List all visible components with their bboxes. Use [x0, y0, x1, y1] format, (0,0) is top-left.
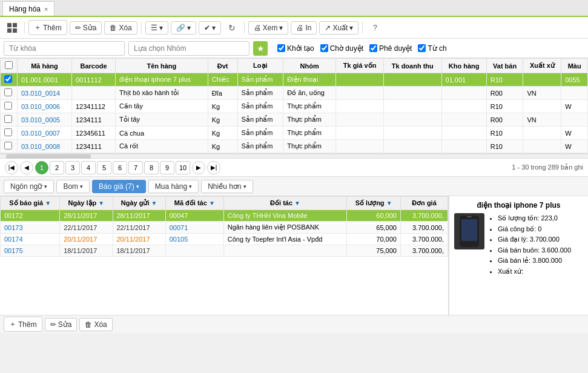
lt-cell-madt: 00105	[165, 234, 223, 245]
row-checkbox[interactable]	[4, 88, 12, 96]
print-button[interactable]: 🖨 In	[291, 21, 317, 35]
table-row[interactable]: 03.010_0005 1234111 Tỏi tây Kg Sản phẩm …	[1, 113, 588, 127]
cell-barcode	[71, 87, 115, 100]
help-button[interactable]: ?	[366, 19, 383, 36]
page-btn-2[interactable]: 2	[50, 161, 64, 174]
row-checkbox[interactable]	[4, 128, 12, 136]
ngaylap-filter-icon[interactable]: ▼	[98, 200, 104, 206]
product-body: Số lượng tồn: 223,0Giá công bố: 0Giá đại…	[454, 213, 583, 277]
hscroll[interactable]	[0, 154, 588, 159]
bottom-delete-button[interactable]: 🗑 Xóa	[79, 318, 112, 331]
page-btn-5[interactable]: 5	[97, 161, 111, 174]
menu-button[interactable]: ☰ ▾	[145, 21, 168, 35]
add-label: Thêm	[43, 24, 62, 32]
bottom-add-button[interactable]: ＋ Thêm	[4, 317, 42, 332]
ngon-ngu-btn[interactable]: Ngôn ngữ ▾	[4, 180, 54, 193]
bom-btn[interactable]: Bom ▾	[56, 180, 90, 193]
cell-xuatxu	[523, 100, 561, 113]
lower-table-row[interactable]: 00173 22/11/2017 22/11/2017 00071 Ngân h…	[1, 222, 448, 234]
soluong-filter-icon[interactable]: ▼	[386, 200, 392, 206]
cell-mahang[interactable]: 03.010_0005	[18, 113, 72, 127]
page-btn-10[interactable]: 10	[176, 161, 190, 174]
sep3	[244, 22, 245, 34]
table-row[interactable]: 03.010_0014 Thịt bò xào hành tỏi Đĩa Sản…	[1, 87, 588, 100]
lt-cell-soluong: 60,000	[347, 210, 401, 222]
page-first[interactable]: |◀	[5, 161, 18, 174]
page-btn-1[interactable]: 1	[35, 161, 48, 174]
edit-button[interactable]: ✏ Sửa	[70, 21, 102, 35]
page-btn-7[interactable]: 7	[128, 161, 143, 174]
table-row[interactable]: 03.010_0008 1234111 Cà rốt Kg Sản phẩm T…	[1, 140, 588, 153]
lt-cell-madt	[165, 245, 223, 257]
view-label: Xem	[263, 24, 278, 32]
tab-close-icon[interactable]: ×	[44, 5, 48, 13]
cell-kho: 01.001	[441, 73, 486, 87]
page-next[interactable]: ▶	[192, 161, 205, 174]
lt-cell-soluong: 70,000	[347, 234, 401, 245]
add-button[interactable]: ＋ Thêm	[28, 20, 67, 35]
cell-nhom: Điện thoại	[283, 73, 336, 87]
mua-hang-btn[interactable]: Mua hàng ▾	[148, 180, 199, 193]
cell-loai: Sản phẩm	[237, 73, 283, 87]
cell-barcode: 12345611	[71, 127, 115, 140]
page-btn-9[interactable]: 9	[160, 161, 174, 174]
cell-xuatxu	[523, 140, 561, 153]
filter-star-button[interactable]: ★	[253, 41, 268, 56]
page-btn-4[interactable]: 4	[81, 161, 96, 174]
so-filter-icon[interactable]: ▼	[45, 200, 51, 206]
row-checkbox[interactable]	[4, 115, 12, 123]
product-detail-item: Số lượng tồn: 223,0	[498, 213, 571, 224]
lower-table-row[interactable]: 00172 28/11/2017 28/11/2017 00047 Công t…	[1, 210, 448, 222]
status-button[interactable]: ✔ ▾	[199, 21, 221, 35]
tab-hanghoa[interactable]: Hàng hóa ×	[2, 1, 55, 16]
cell-vat: R00	[486, 113, 523, 127]
lt-cell-ngaylap: 28/11/2017	[60, 210, 113, 222]
table-row[interactable]: 01.001.0001 0011112 điện thoại iphone 7 …	[1, 73, 588, 87]
col-dvt: Đvt	[208, 59, 237, 73]
page-last[interactable]: ▶|	[207, 161, 220, 174]
bottom-plus-icon: ＋	[9, 319, 16, 329]
cell-mahang[interactable]: 03.010_0008	[18, 140, 72, 153]
lt-col-ngaylap: Ngày lập ▼	[60, 197, 113, 210]
pheduyet-filter[interactable]: Phê duyệt	[369, 44, 412, 53]
page-btn-6[interactable]: 6	[113, 161, 127, 174]
export-button[interactable]: ↗ Xuất ▾	[319, 21, 358, 35]
cell-vat: R10	[486, 127, 523, 140]
ngaygui-filter-icon[interactable]: ▼	[151, 200, 157, 206]
table-row[interactable]: 03.010_0007 12345611 Cà chua Kg Sản phẩm…	[1, 127, 588, 140]
page-btn-8[interactable]: 8	[144, 161, 159, 174]
cell-tkgv	[336, 73, 384, 87]
refresh-button[interactable]: ↻	[223, 19, 240, 36]
svg-rect-6	[467, 216, 472, 217]
madt-filter-icon[interactable]: ▼	[209, 200, 215, 206]
row-checkbox[interactable]	[4, 75, 12, 83]
lt-cell-dongia: 3.700.000,	[400, 234, 448, 245]
row-checkbox[interactable]	[4, 102, 12, 110]
view-button[interactable]: 🖨 Xem ▾	[248, 21, 289, 35]
cell-mahang[interactable]: 03.010_0006	[18, 100, 72, 113]
tuch-filter[interactable]: Từ ch	[418, 44, 446, 53]
cell-mahang[interactable]: 03.010_0007	[18, 127, 72, 140]
nhieu-hon-btn[interactable]: Nhiều hơn ▾	[201, 180, 253, 193]
khoitao-filter[interactable]: Khởi tạo	[277, 44, 314, 53]
link-button[interactable]: 🔗 ▾	[171, 21, 196, 35]
page-prev[interactable]: ◀	[20, 161, 33, 174]
chodoyet-filter[interactable]: Chờ duyệt	[320, 44, 363, 53]
bottom-edit-button[interactable]: ✏ Sửa	[45, 318, 78, 331]
cell-mahang[interactable]: 03.010_0014	[18, 87, 72, 100]
lower-table-row[interactable]: 00174 20/11/2017 20/11/2017 00105 Công t…	[1, 234, 448, 245]
select-all-checkbox[interactable]	[5, 61, 13, 69]
cell-mahang[interactable]: 01.001.0001	[18, 73, 72, 87]
table-row[interactable]: 03.010_0006 12341112 Cần tây Kg Sản phẩm…	[1, 100, 588, 113]
page-btn-3[interactable]: 3	[65, 161, 80, 174]
doitac-filter-icon[interactable]: ▼	[294, 200, 300, 206]
group-input[interactable]	[128, 41, 249, 56]
delete-button[interactable]: 🗑 Xóa	[104, 21, 137, 35]
cell-tkdt	[384, 113, 442, 127]
row-checkbox[interactable]	[4, 142, 12, 150]
cell-loai: Sản phẩm	[237, 100, 283, 113]
keyword-input[interactable]	[4, 41, 125, 56]
lower-table-row[interactable]: 00175 18/11/2017 18/11/2017 75,000 3.700…	[1, 245, 448, 257]
lt-cell-ngaygui: 22/11/2017	[113, 222, 165, 234]
bao-gia-btn[interactable]: Báo giá (7) ▾	[92, 180, 146, 193]
